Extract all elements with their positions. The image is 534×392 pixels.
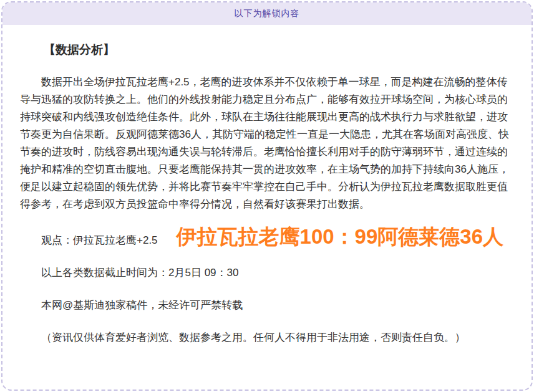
viewpoint-text: 观点：伊拉瓦拉老鹰+2.5	[41, 234, 158, 246]
disclaimer-line: （资讯仅供体育爱好者浏览、数据参考之用。任何人不得用于非法用途，否则责任自负。）	[20, 329, 514, 347]
score-highlight: 伊拉瓦拉老鹰100：99阿德莱德36人	[177, 225, 503, 248]
analysis-paragraph: 数据开出全场伊拉瓦拉老鹰+2.5，老鹰的进攻体系并不仅依赖于单一球星，而是构建在…	[20, 74, 514, 213]
article-content: 【数据分析】 数据开出全场伊拉瓦拉老鹰+2.5，老鹰的进攻体系并不仅依赖于单一球…	[2, 25, 532, 347]
unlock-banner-label: 以下为解锁内容	[235, 8, 300, 19]
section-heading: 【数据分析】	[20, 41, 514, 59]
page: 以下为解锁内容 【数据分析】 数据开出全场伊拉瓦拉老鹰+2.5，老鹰的进攻体系并…	[0, 0, 534, 392]
unlock-banner: 以下为解锁内容	[2, 2, 532, 25]
data-deadline-line: 以上各类数据截止时间为：2月5日 09：30	[20, 264, 514, 282]
unlocked-content-panel: 以下为解锁内容 【数据分析】 数据开出全场伊拉瓦拉老鹰+2.5，老鹰的进攻体系并…	[1, 1, 533, 391]
copyright-line: 本网@基斯迪独家稿件，未经许可严禁转载	[20, 297, 514, 314]
viewpoint-line: 观点：伊拉瓦拉老鹰+2.5伊拉瓦拉老鹰100：99阿德莱德36人	[20, 228, 514, 249]
